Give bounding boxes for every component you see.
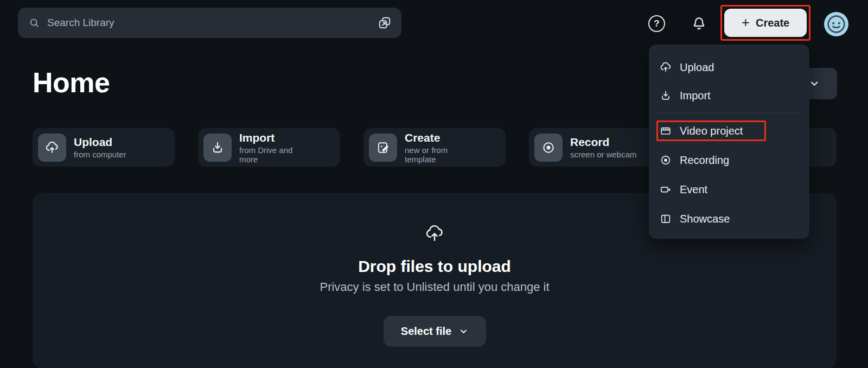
cloud-upload-icon bbox=[660, 61, 672, 73]
chevron-down-icon bbox=[459, 327, 468, 336]
menu-item-video-project[interactable]: Video project bbox=[649, 116, 809, 145]
import-download-icon bbox=[203, 134, 232, 162]
menu-item-label: Event bbox=[680, 183, 707, 196]
notifications-bell-icon[interactable] bbox=[691, 16, 707, 31]
create-button[interactable]: + Create bbox=[724, 9, 807, 37]
action-card-import[interactable]: Import from Drive and more bbox=[198, 128, 340, 167]
cloud-upload-icon bbox=[425, 224, 444, 243]
record-dot-icon bbox=[534, 134, 563, 162]
card-subtitle: new or from template bbox=[405, 145, 474, 164]
menu-item-label: Video project bbox=[680, 125, 743, 137]
card-title: Create bbox=[405, 131, 474, 144]
smiley-face-icon bbox=[824, 12, 848, 36]
create-document-icon bbox=[369, 134, 397, 162]
showcase-layout-icon bbox=[660, 213, 672, 225]
cloud-upload-icon bbox=[38, 134, 66, 162]
menu-item-label: Showcase bbox=[680, 213, 730, 225]
question-mark-glyph: ? bbox=[654, 18, 659, 29]
card-subtitle: screen or webcam bbox=[570, 150, 637, 159]
help-button[interactable]: ? bbox=[648, 15, 665, 32]
action-card-upload[interactable]: Upload from computer bbox=[33, 128, 175, 167]
search-input[interactable] bbox=[47, 17, 370, 29]
create-menu: Upload Import Video project Recording Ev… bbox=[649, 45, 809, 239]
clapperboard-icon bbox=[660, 125, 672, 137]
menu-item-label: Upload bbox=[680, 61, 714, 74]
menu-item-label: Recording bbox=[680, 154, 729, 167]
plus-icon: + bbox=[742, 15, 750, 29]
menu-item-import[interactable]: Import bbox=[649, 81, 809, 110]
action-card-create[interactable]: Create new or from template bbox=[363, 128, 506, 167]
dropzone-privacy-note: Privacy is set to Unlisted until you cha… bbox=[33, 280, 837, 294]
menu-divider bbox=[654, 113, 799, 113]
select-file-button[interactable]: Select file bbox=[384, 316, 486, 347]
create-annotation-box: + Create bbox=[720, 5, 810, 41]
card-title: Record bbox=[570, 136, 637, 149]
search-bar[interactable] bbox=[18, 8, 401, 38]
menu-item-label: Import bbox=[680, 90, 711, 102]
import-download-icon bbox=[660, 90, 672, 101]
create-button-label: Create bbox=[756, 17, 789, 29]
card-title: Import bbox=[239, 131, 309, 144]
menu-item-event[interactable]: Event bbox=[649, 175, 809, 204]
open-search-panel-icon[interactable] bbox=[378, 16, 392, 30]
menu-item-showcase[interactable]: Showcase bbox=[649, 204, 809, 233]
avatar[interactable] bbox=[824, 12, 848, 36]
video-camera-icon bbox=[660, 183, 672, 195]
card-title: Upload bbox=[74, 136, 126, 149]
menu-item-recording[interactable]: Recording bbox=[649, 145, 809, 175]
search-icon bbox=[29, 17, 40, 28]
page-title: Home bbox=[33, 66, 110, 99]
select-file-label: Select file bbox=[401, 325, 451, 338]
menu-item-upload[interactable]: Upload bbox=[649, 53, 809, 81]
record-dot-icon bbox=[660, 154, 672, 166]
dropzone-title: Drop files to upload bbox=[33, 257, 837, 276]
card-subtitle: from computer bbox=[74, 150, 126, 159]
card-subtitle: from Drive and more bbox=[239, 145, 309, 164]
chevron-down-icon bbox=[808, 78, 820, 90]
